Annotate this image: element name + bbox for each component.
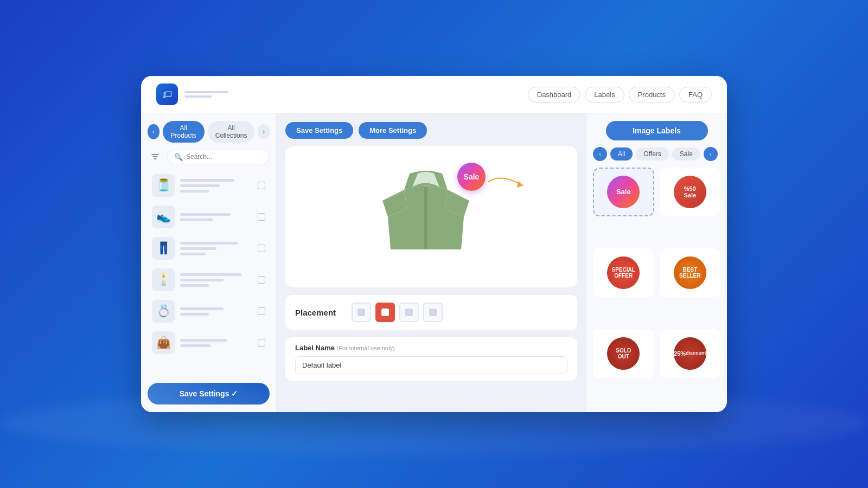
product-thumb: 🫙 <box>152 174 175 197</box>
label-name-title: Label Name (For internal use only) <box>295 344 567 352</box>
search-icon: 🔍 <box>174 153 183 161</box>
nav-products[interactable]: Products <box>629 87 675 102</box>
more-settings-button[interactable]: More Settings <box>359 122 427 139</box>
product-checkbox[interactable] <box>258 213 265 221</box>
badge-best: BESTSELLER <box>674 256 706 289</box>
product-thumb: 👜 <box>152 331 175 354</box>
tabs-next-btn[interactable]: › <box>258 124 270 139</box>
product-checkbox[interactable] <box>258 245 265 252</box>
product-info <box>180 179 252 192</box>
list-item[interactable]: 👟 <box>148 202 270 232</box>
list-item[interactable]: 🕯️ <box>148 265 270 294</box>
save-settings-button[interactable]: Save Settings <box>285 122 353 139</box>
product-thumb: 👟 <box>152 206 175 228</box>
placement-label: Placement <box>295 308 344 317</box>
placement-top-left[interactable] <box>352 303 371 322</box>
label-card-discount[interactable]: 25%discount <box>660 329 721 378</box>
svg-rect-3 <box>424 187 427 249</box>
product-preview-area: Sale <box>285 146 577 287</box>
product-checkbox[interactable] <box>258 339 265 346</box>
label-card-special[interactable]: SPECIALOFFER <box>593 248 654 297</box>
tab-all-collections[interactable]: All Collections <box>208 121 255 143</box>
badge-special: SPECIALOFFER <box>607 256 640 289</box>
list-item[interactable]: 🫙 <box>148 171 270 200</box>
product-info <box>180 339 252 347</box>
placement-row: Placement <box>285 295 577 330</box>
list-item[interactable]: 👜 <box>148 328 270 357</box>
badge-sale2: %50Sale <box>674 176 706 208</box>
logo-icon: 🏷 <box>156 84 178 105</box>
nav-dashboard[interactable]: Dashboard <box>528 87 581 102</box>
tabs-prev-btn[interactable]: ‹ <box>148 124 159 139</box>
label-name-section: Label Name (For internal use only) <box>285 337 577 381</box>
sidebar-search-row: 🔍 <box>148 149 270 164</box>
product-thumb: 🕯️ <box>152 268 175 291</box>
product-info <box>180 273 252 287</box>
sidebar: ‹ All Products All Collections › 🔍 <box>141 113 277 412</box>
shirt-container: Sale <box>372 157 491 277</box>
header: 🏷 Dashboard Labels Products FAQ <box>141 76 727 113</box>
search-input[interactable] <box>186 153 263 160</box>
label-card-soldout[interactable]: SOLDOUT <box>593 329 654 378</box>
main-content: Save Settings More Settings <box>277 113 586 412</box>
list-item[interactable]: 👖 <box>148 234 270 263</box>
label-card-sale2[interactable]: %50Sale <box>660 168 721 216</box>
product-info <box>180 242 252 255</box>
label-name-subtitle: (For internal use only) <box>337 345 395 351</box>
arrow-indicator <box>486 168 529 195</box>
placement-bottom-right[interactable] <box>423 303 443 322</box>
label-filter-tabs: ‹ All Offers Sale › <box>593 147 720 161</box>
product-checkbox[interactable] <box>258 307 265 315</box>
badge-soldout: SOLDOUT <box>607 337 640 370</box>
header-left: 🏷 <box>156 84 228 105</box>
nav: Dashboard Labels Products FAQ <box>528 87 712 102</box>
filter-icon[interactable] <box>148 149 163 164</box>
filter-tab-all[interactable]: All <box>610 147 633 160</box>
list-item[interactable]: 💍 <box>148 297 270 326</box>
logo-line-2 <box>184 95 212 98</box>
search-box: 🔍 <box>167 150 270 164</box>
product-checkbox[interactable] <box>258 182 265 189</box>
main-container: 🏷 Dashboard Labels Products FAQ ‹ All Pr… <box>141 76 727 412</box>
filter-tab-sale[interactable]: Sale <box>672 147 700 160</box>
image-labels-button[interactable]: Image Labels <box>606 121 708 140</box>
filter-tab-offers[interactable]: Offers <box>636 147 668 160</box>
svg-marker-4 <box>517 181 524 188</box>
product-list: 🫙 👟 👖 <box>148 171 270 377</box>
sidebar-tabs: ‹ All Products All Collections › <box>148 121 270 143</box>
sale-badge: Sale <box>457 163 486 191</box>
labels-grid: Sale %50Sale SPECIALOFFER BESTSELLER <box>593 168 720 404</box>
badge-discount: 25%discount <box>674 337 706 370</box>
product-thumb: 👖 <box>152 237 175 260</box>
label-card-sale1[interactable]: Sale <box>593 168 654 216</box>
body: ‹ All Products All Collections › 🔍 <box>141 113 727 412</box>
placement-bottom-left[interactable] <box>399 303 419 322</box>
filter-next-btn[interactable]: › <box>704 147 718 161</box>
nav-labels[interactable]: Labels <box>585 87 624 102</box>
label-card-best[interactable]: BESTSELLER <box>660 248 721 297</box>
tab-all-products[interactable]: All Products <box>163 121 205 143</box>
product-thumb: 💍 <box>152 300 175 323</box>
product-checkbox[interactable] <box>258 276 265 284</box>
product-info <box>180 213 252 221</box>
placement-options <box>352 303 443 322</box>
badge-sale1: Sale <box>607 176 640 208</box>
nav-faq[interactable]: FAQ <box>679 87 712 102</box>
logo-line-1 <box>184 91 228 93</box>
product-info <box>180 307 252 316</box>
placement-top-right[interactable] <box>375 303 395 322</box>
label-name-input[interactable] <box>295 356 567 374</box>
filter-prev-btn[interactable]: ‹ <box>593 147 607 161</box>
logo-text <box>184 91 228 98</box>
right-panel: Image Labels ‹ All Offers Sale › Sale %5… <box>586 113 727 412</box>
top-actions: Save Settings More Settings <box>285 122 577 139</box>
save-settings-sidebar-button[interactable]: Save Settings ✓ <box>148 383 270 404</box>
